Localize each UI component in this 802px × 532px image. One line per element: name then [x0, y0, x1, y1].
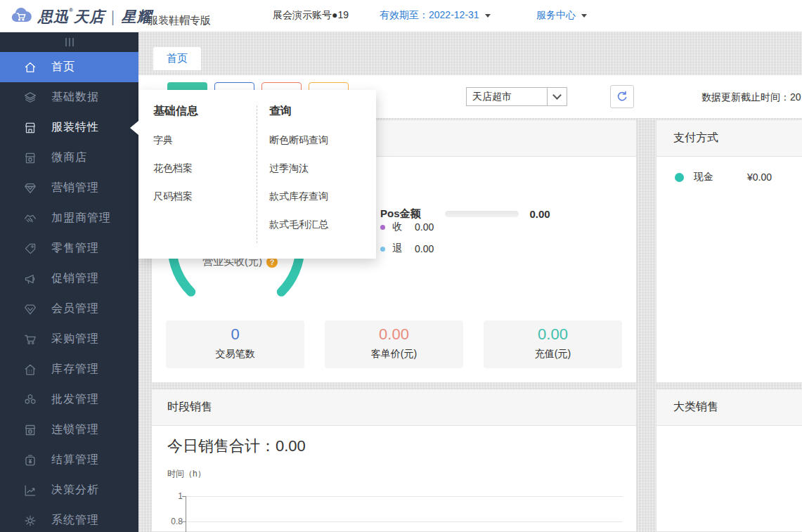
store-icon: [22, 120, 38, 136]
service-center-dropdown[interactable]: 服务中心: [536, 9, 587, 22]
sidebar-item-franchise[interactable]: 加盟商管理: [0, 203, 138, 233]
hourly-sales-panel: 时段销售 今日销售合计：0.00 时间（h） 1 0.8: [151, 389, 637, 532]
sidebar-item-apparel-features[interactable]: 服装特性: [0, 112, 138, 143]
store-select-value: 天店超市: [467, 91, 547, 103]
jewel-icon: [22, 181, 38, 196]
pos-row-退: 退0.00: [380, 242, 550, 255]
cloud-cart-logo-icon: [10, 6, 32, 28]
flyout-menu-item[interactable]: 断色断码查询: [269, 134, 328, 147]
sidebar-item-label: 采购管理: [51, 332, 99, 346]
megaphone-icon: [22, 271, 38, 287]
cart-icon: [22, 332, 38, 347]
stat-label: 充值(元): [484, 348, 622, 361]
sidebar-item-wholesale[interactable]: 批发管理: [0, 384, 138, 415]
flyout-section-title: 查询: [269, 104, 328, 119]
chart-line-icon: [22, 483, 38, 498]
sidebar-item-label: 库存管理: [51, 362, 99, 377]
payment-row-现金: 现金¥0.00: [675, 171, 772, 183]
handshake-icon: [22, 211, 38, 226]
sidebar-item-settlement[interactable]: 结算管理: [0, 445, 138, 475]
y-axis-line: [186, 496, 186, 532]
gridline: [186, 496, 623, 497]
store-select[interactable]: 天店超市: [466, 87, 567, 106]
top-header: 思迅®天店｜星耀 服装鞋帽专版 展会演示账号●19 有效期至：2022-12-3…: [0, 0, 802, 32]
flyout-arrow-left-icon: [130, 121, 138, 135]
flyout-menu-item[interactable]: 字典: [153, 134, 198, 147]
stat-value: 0: [166, 325, 304, 344]
chevron-down-icon: [581, 14, 587, 18]
legend-dot-icon: [380, 247, 385, 252]
tab-home[interactable]: 首页: [153, 47, 201, 70]
sidebar: 首页基础数据服装特性微商店营销管理加盟商管理零售管理促销管理会员管理采购管理库存…: [0, 32, 138, 532]
refresh-icon: [615, 90, 629, 104]
money-jar-icon: [22, 453, 38, 468]
layers-icon: [22, 90, 38, 105]
stat-box: 0.00客单价(元): [325, 320, 463, 368]
sidebar-item-label: 批发管理: [51, 392, 99, 407]
legend-dot-icon: [675, 173, 684, 182]
sidebar-item-label: 决策分析: [51, 483, 99, 498]
sidebar-item-label: 营销管理: [51, 181, 99, 195]
flyout-menu-item[interactable]: 尺码档案: [153, 190, 198, 203]
sidebar-item-home[interactable]: 首页: [0, 52, 138, 82]
warehouse-icon: [22, 362, 38, 377]
sidebar-item-label: 促销管理: [51, 271, 99, 286]
sidebar-item-chain[interactable]: 连锁管理: [0, 415, 138, 445]
stats-row: 0交易笔数0.00客单价(元)0.00充值(元): [166, 320, 622, 368]
sidebar-menu: 首页基础数据服装特性微商店营销管理加盟商管理零售管理促销管理会员管理采购管理库存…: [0, 52, 138, 532]
sidebar-collapse-handle[interactable]: [0, 32, 138, 52]
cubes-icon: [22, 392, 38, 408]
sidebar-item-basic-data[interactable]: 基础数据: [0, 82, 138, 112]
flyout-section-2: 查询断色断码查询过季淘汰款式库存查询款式毛利汇总: [269, 90, 328, 231]
sidebar-item-label: 加盟商管理: [51, 211, 111, 226]
sidebar-item-inventory[interactable]: 库存管理: [0, 354, 138, 384]
diamond-icon: [22, 301, 38, 317]
data-update-time: 数据更新截止时间：20: [701, 91, 801, 104]
sidebar-item-retail[interactable]: 零售管理: [0, 233, 138, 264]
legend-dot-icon: [380, 225, 385, 230]
brand-text: 思迅®天店｜星耀: [38, 7, 152, 27]
sidebar-item-label: 连锁管理: [51, 422, 99, 437]
flyout-section-1: 基础信息字典花色档案尺码档案: [153, 90, 198, 203]
app-logo: 思迅®天店｜星耀: [10, 6, 152, 28]
axis-tick: [182, 521, 186, 522]
stat-box: 0交易笔数: [166, 320, 304, 368]
stat-value: 0.00: [484, 325, 622, 344]
sidebar-item-micro-shop[interactable]: 微商店: [0, 143, 138, 173]
gridline: [186, 521, 623, 522]
flyout-menu-item[interactable]: 过季淘汰: [269, 162, 328, 175]
sidebar-item-promotion[interactable]: 促销管理: [0, 264, 138, 294]
flyout-menu-item[interactable]: 款式库存查询: [269, 190, 328, 203]
chain-store-icon: [22, 422, 38, 438]
tag-icon: [22, 241, 38, 257]
category-sales-panel: 大类销售: [656, 389, 802, 532]
apparel-features-flyout: 基础信息字典花色档案尺码档案查询断色断码查询过季淘汰款式库存查询款式毛利汇总: [138, 90, 376, 259]
payment-methods-panel: 支付方式 现金¥0.00: [656, 119, 802, 383]
y-tick-0-8: 0.8: [166, 517, 183, 526]
sidebar-item-purchase[interactable]: 采购管理: [0, 324, 138, 354]
sidebar-item-analysis[interactable]: 决策分析: [0, 475, 138, 505]
y-axis-unit-label: 时间（h）: [167, 468, 206, 480]
pos-amount-label: Pos金额: [380, 207, 421, 221]
refresh-button[interactable]: [610, 85, 634, 108]
sidebar-item-marketing[interactable]: 营销管理: [0, 173, 138, 203]
sidebar-item-label: 服装特性: [51, 120, 99, 135]
sidebar-item-label: 首页: [51, 60, 75, 74]
sidebar-item-label: 系统管理: [51, 513, 99, 528]
flyout-divider: [257, 105, 257, 243]
sidebar-item-system[interactable]: 系统管理: [0, 505, 138, 532]
stat-value: 0.00: [325, 325, 463, 344]
payment-methods-header: 支付方式: [657, 120, 802, 157]
chevron-down-icon: [485, 14, 491, 18]
flyout-menu-item[interactable]: 花色档案: [153, 162, 198, 175]
flyout-menu-item[interactable]: 款式毛利汇总: [269, 219, 328, 231]
sidebar-item-label: 结算管理: [51, 453, 99, 467]
edition-label: 服装鞋帽专版: [148, 14, 211, 27]
chevron-down-icon: [547, 88, 567, 105]
home-icon: [22, 60, 38, 75]
hourly-sales-header: 时段销售: [152, 389, 636, 426]
validity-dropdown[interactable]: 有效期至：2022-12-31: [380, 9, 491, 22]
sidebar-item-label: 微商店: [51, 150, 87, 165]
sidebar-item-member[interactable]: 会员管理: [0, 294, 138, 324]
stat-label: 客单价(元): [325, 348, 463, 361]
